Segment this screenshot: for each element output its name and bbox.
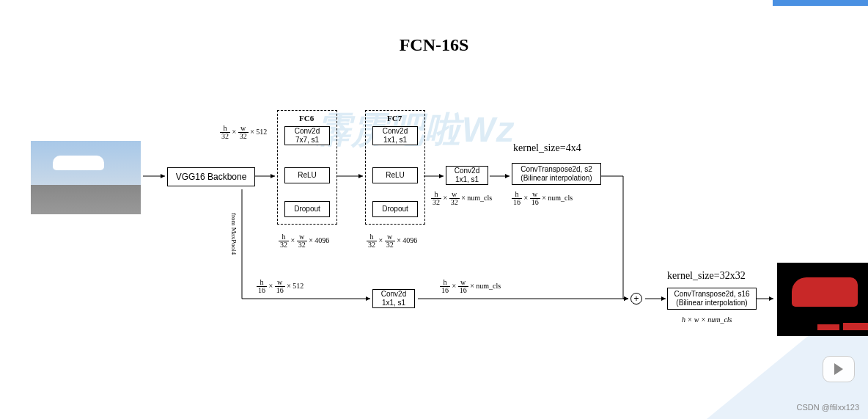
fc6-conv: Conv2d 7x7, s1 <box>284 126 330 145</box>
upconv1-dims: h16 × w16 × num_cls <box>512 191 573 206</box>
upconv1-note: kernel_size=4x4 <box>513 142 581 154</box>
diagram-title: FCN-16S <box>0 35 868 55</box>
branch-out-dims: h16 × w16 × num_cls <box>440 279 501 294</box>
fc6-dropout: Dropout <box>284 201 330 217</box>
branch-source-label: from MaxPool4 <box>230 213 238 255</box>
output-image <box>777 263 868 336</box>
fc7-relu: ReLU <box>372 167 418 183</box>
upconv2-dims: h × w × num_cls <box>682 316 732 324</box>
fc7-conv: Conv2d 1x1, s1 <box>372 126 418 145</box>
branch-conv-box: Conv2d 1x1, s1 <box>372 289 415 308</box>
conv-cls-dims: h32 × w32 × num_cls <box>431 191 492 206</box>
backbone-box: VGG16 Backbone <box>167 167 255 186</box>
upconv2-note: kernel_size=32x32 <box>667 270 746 282</box>
fc6-out-dims: h32 × w32 × 4096 <box>279 233 329 249</box>
branch-in-dims: h16 × w16 × 512 <box>257 279 304 294</box>
conv-cls-box: Conv2d 1x1, s1 <box>446 166 488 185</box>
fc7-out-dims: h32 × w32 × 4096 <box>367 233 417 249</box>
fc6-title: FC6 <box>299 114 314 123</box>
fc7-dropout: Dropout <box>372 201 418 217</box>
backbone-dims: h32 × w32 × 512 <box>220 125 267 140</box>
upconv2-box: ConvTranspose2d, s16 (Bilinear interpola… <box>667 288 757 310</box>
add-op: + <box>630 293 642 305</box>
header-accent <box>773 0 868 6</box>
credit-text: CSDN @ffilxx123 <box>796 403 859 412</box>
play-icon[interactable] <box>823 356 855 382</box>
fc7-title: FC7 <box>387 114 402 123</box>
fc6-relu: ReLU <box>284 167 330 183</box>
upconv1-box: ConvTranspose2d, s2 (Bilinear interpolat… <box>512 163 601 185</box>
input-image <box>31 141 141 214</box>
